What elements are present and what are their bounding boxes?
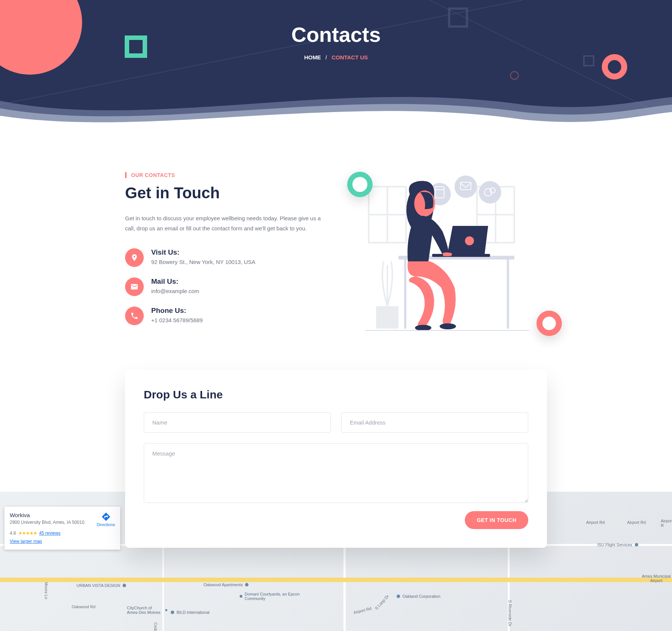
mail-row: Mail Us: info@example.com — [125, 277, 325, 296]
svg-rect-21 — [432, 254, 490, 257]
svg-point-28 — [245, 583, 249, 586]
svg-point-14 — [479, 181, 501, 203]
email-input[interactable] — [341, 412, 528, 433]
mail-value: info@example.com — [151, 288, 199, 294]
phone-value: +1 0234 56789/5689 — [151, 317, 203, 323]
svg-point-20 — [465, 236, 474, 245]
breadcrumb-current: CONTACT US — [332, 54, 368, 60]
map-card-rating: 4.8 ★★★★★ 45 reviews — [10, 531, 115, 536]
phone-row: Phone Us: +1 0234 56789/5689 — [125, 307, 325, 325]
breadcrumb-separator: / — [326, 54, 327, 60]
visit-row: Visit Us: 92 Bowery St., New York, NY 10… — [125, 248, 325, 267]
svg-rect-18 — [404, 259, 407, 329]
rating-score: 4.8 — [10, 531, 16, 536]
map-label-moors: Moors Ln — [44, 582, 49, 599]
map-label-airport-rd2: Airport Rd — [627, 520, 646, 525]
svg-point-29 — [240, 595, 242, 597]
message-textarea[interactable] — [144, 443, 528, 503]
svg-point-30 — [171, 610, 174, 614]
svg-rect-19 — [507, 259, 509, 329]
svg-point-24 — [415, 325, 432, 331]
hero-banner: Contacts HOME / CONTACT US — [0, 0, 672, 127]
decor-dot — [510, 71, 519, 80]
svg-point-32 — [122, 584, 126, 587]
svg-point-12 — [455, 175, 477, 198]
map-poi-domani[interactable]: Domani Courtyards, an Epcon Community — [239, 592, 306, 601]
svg-point-23 — [440, 323, 456, 329]
submit-button[interactable]: GET IN TOUCH — [465, 511, 528, 529]
breadcrumb: HOME / CONTACT US — [0, 54, 672, 60]
directions-button[interactable]: Directions — [97, 512, 115, 527]
map-label-oakwood-rd: Oakwood Rd — [72, 604, 96, 609]
section-text: Get in touch to discuss your employee we… — [125, 213, 325, 233]
map-poi-bild[interactable]: BILD International — [170, 610, 209, 615]
map-card-title: Workiva — [10, 512, 84, 518]
svg-point-31 — [165, 609, 168, 611]
svg-point-26 — [635, 543, 638, 546]
mail-label: Mail Us: — [151, 277, 199, 286]
breadcrumb-home[interactable]: HOME — [304, 54, 321, 60]
map-poi-ames-airport[interactable]: Ames Municipal Airport — [641, 574, 671, 583]
svg-point-27 — [396, 594, 400, 598]
location-icon — [125, 248, 144, 267]
page-title: Contacts — [0, 22, 672, 47]
map-label-cedar: Cedar Ln — [153, 622, 158, 631]
map-poi-oakwood-apts[interactable]: Oakwood Apartments — [203, 582, 249, 587]
svg-rect-8 — [376, 306, 399, 329]
visit-label: Visit Us: — [151, 248, 255, 257]
name-input[interactable] — [144, 412, 331, 433]
map-info-card: Workiva 2900 University Blvd, Ames, IA 5… — [4, 507, 120, 550]
section-tag: OUR CONTACTS — [125, 172, 175, 178]
rating-stars: ★★★★★ — [18, 531, 37, 536]
reviews-link[interactable]: 45 reviews — [39, 531, 60, 536]
contact-form-card: Drop Us a Line GET IN TOUCH — [125, 370, 547, 548]
mail-icon — [125, 277, 144, 296]
visit-value: 92 Bowery St., New York, NY 10013, USA — [151, 259, 255, 265]
view-larger-map-link[interactable]: View larger map — [10, 539, 42, 544]
contacts-info: OUR CONTACTS Get in Touch Get in touch t… — [125, 172, 325, 336]
contact-illustration — [347, 172, 547, 336]
map-poi-citychurch[interactable]: CityChurch of Ames-Des Moines — [127, 606, 168, 615]
map-label-s-riverside: S Riverside Dr — [508, 600, 512, 627]
map-poi-urban-vista[interactable]: URBAN VISTA DESIGN — [77, 583, 127, 588]
phone-icon — [125, 307, 144, 325]
decor-ring-teal — [347, 172, 373, 197]
map-poi-isu-flight[interactable]: ISU Flight Services — [597, 542, 639, 547]
phone-label: Phone Us: — [151, 307, 203, 315]
map-card-address: 2900 University Blvd, Ames, IA 50010 — [10, 520, 84, 525]
map-label-airport-rd3: Airport R — [661, 519, 672, 528]
section-title: Get in Touch — [125, 184, 325, 202]
wave-decoration — [0, 86, 672, 127]
map-label-airport-rd: Airport Rd — [586, 520, 605, 525]
map-poi-oakland[interactable]: Oakland Corporation — [396, 594, 441, 599]
form-title: Drop Us a Line — [144, 388, 528, 401]
illustration-wrapper — [347, 172, 547, 336]
decor-ring-coral — [536, 311, 562, 336]
